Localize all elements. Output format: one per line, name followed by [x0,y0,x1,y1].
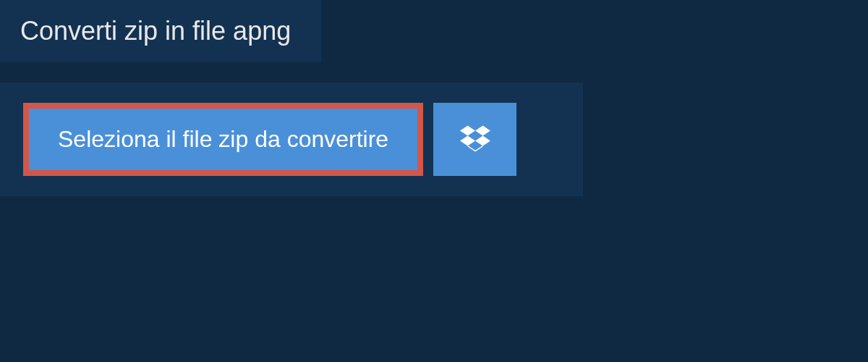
tab-title: Converti zip in file apng [20,16,291,46]
select-file-label: Seleziona il file zip da convertire [58,126,388,152]
upload-panel: Seleziona il file zip da convertire [0,83,583,196]
tab-header[interactable]: Converti zip in file apng [0,0,321,62]
dropbox-button[interactable] [433,103,516,176]
dropbox-icon [460,123,490,156]
select-file-button[interactable]: Seleziona il file zip da convertire [23,103,423,176]
